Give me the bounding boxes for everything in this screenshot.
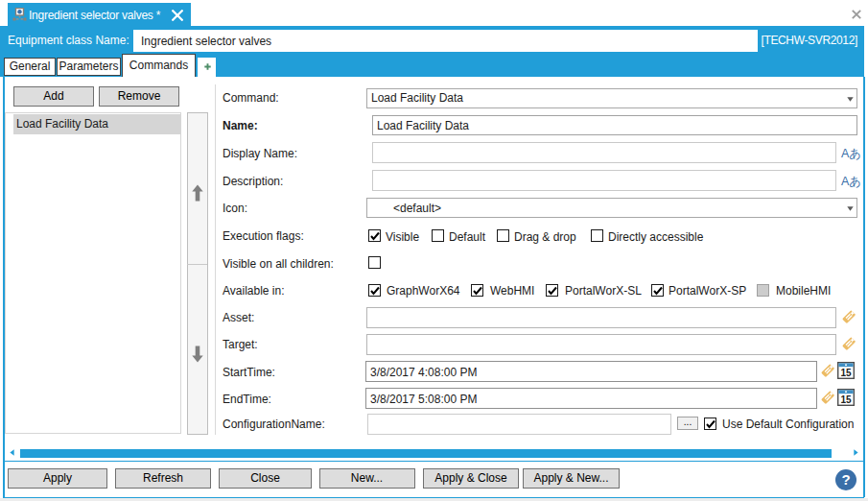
svg-text:15: 15 [840, 394, 852, 405]
svg-text:15: 15 [840, 368, 852, 378]
